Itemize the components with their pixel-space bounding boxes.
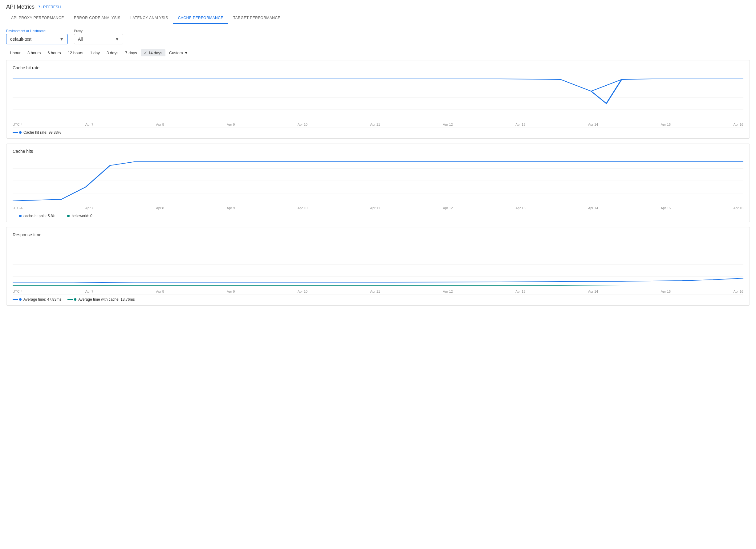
proxy-dropdown-group: Proxy All ▼ <box>74 29 123 44</box>
response-time-x-axis: UTC-4 Apr 7 Apr 8 Apr 9 Apr 10 Apr 11 Ap… <box>13 289 743 293</box>
time-btn-14days[interactable]: ✓ 14 days <box>141 49 165 56</box>
refresh-icon: ↻ <box>38 5 42 10</box>
legend-dot-blue3 <box>19 298 22 301</box>
time-btn-1day[interactable]: 1 day <box>87 49 103 56</box>
time-btn-1hour[interactable]: 1 hour <box>6 49 24 56</box>
legend-line-blue2 <box>13 216 18 216</box>
legend-line-blue <box>13 132 18 133</box>
tab-latency[interactable]: LATENCY ANALYSIS <box>125 13 173 24</box>
cache-hits-legend: cache-httpbin: 5.8k helloworld: 0 <box>13 211 743 219</box>
response-time-chart: Response time UTC-4 Apr 7 Apr 8 Apr 9 Ap… <box>6 227 750 306</box>
legend-avg-time-cache-label: Average time with cache: 13.76ms <box>78 297 135 302</box>
legend-cache-httpbin-label: cache-httpbin: 5.8k <box>23 214 55 218</box>
response-time-title: Response time <box>13 232 743 237</box>
cache-hit-rate-legend: Cache hit rate: 99.33% <box>13 128 743 136</box>
proxy-value: All <box>78 37 83 42</box>
legend-helloworld: helloworld: 0 <box>61 214 92 218</box>
cache-hits-chart-area <box>13 156 743 205</box>
environment-dropdown-arrow: ▼ <box>59 37 64 42</box>
legend-avg-time-cache: Average time with cache: 13.76ms <box>67 297 135 302</box>
tab-api-proxy[interactable]: API PROXY PERFORMANCE <box>6 13 69 24</box>
refresh-button[interactable]: ↻ REFRESH <box>38 5 61 10</box>
custom-label: Custom <box>169 51 183 55</box>
legend-dot-blue <box>19 131 22 134</box>
legend-line-teal2 <box>67 299 73 300</box>
custom-dropdown-icon: ▼ <box>184 51 188 55</box>
time-btn-3hours[interactable]: 3 hours <box>24 49 44 56</box>
refresh-label: REFRESH <box>43 5 61 9</box>
cache-hits-x-axis: UTC-4 Apr 7 Apr 8 Apr 9 Apr 10 Apr 11 Ap… <box>13 205 743 210</box>
legend-cache-hit-rate: Cache hit rate: 99.33% <box>13 130 61 135</box>
response-time-chart-area <box>13 240 743 289</box>
environment-label: Environment or Hostname <box>6 29 68 33</box>
time-btn-7days[interactable]: 7 days <box>122 49 140 56</box>
cache-hit-rate-chart-area <box>13 73 743 122</box>
legend-line-blue3 <box>13 299 18 300</box>
tab-error-code[interactable]: ERROR CODE ANALYSIS <box>69 13 125 24</box>
legend-avg-time: Average time: 47.83ms <box>13 297 61 302</box>
page-title: API Metrics <box>6 4 35 10</box>
environment-dropdown[interactable]: default-test ▼ <box>6 34 68 44</box>
tab-cache-performance[interactable]: CACHE PERFORMANCE <box>173 13 228 24</box>
time-filter-bar: 1 hour 3 hours 6 hours 12 hours 1 day 3 … <box>0 48 756 60</box>
time-btn-6hours[interactable]: 6 hours <box>44 49 64 56</box>
cache-hit-rate-chart: Cache hit rate UTC-4 Apr 7 Apr 8 Apr 9 A… <box>6 60 750 139</box>
legend-avg-time-label: Average time: 47.83ms <box>23 297 61 302</box>
cache-hits-title: Cache hits <box>13 149 743 154</box>
response-time-legend: Average time: 47.83ms Average time with … <box>13 295 743 303</box>
checkmark-icon: ✓ <box>144 51 147 55</box>
legend-dot-teal2 <box>74 298 76 301</box>
time-btn-custom[interactable]: Custom ▼ <box>166 49 191 56</box>
legend-line-teal <box>61 216 66 216</box>
legend-cache-httpbin: cache-httpbin: 5.8k <box>13 214 55 218</box>
proxy-dropdown[interactable]: All ▼ <box>74 34 123 44</box>
legend-dot-teal <box>67 215 70 217</box>
tab-bar: API PROXY PERFORMANCE ERROR CODE ANALYSI… <box>0 13 756 24</box>
tab-target-performance[interactable]: TARGET PERFORMANCE <box>228 13 285 24</box>
cache-hit-rate-svg <box>13 73 743 122</box>
cache-hit-rate-title: Cache hit rate <box>13 65 743 70</box>
time-btn-12hours[interactable]: 12 hours <box>65 49 87 56</box>
environment-value: default-test <box>10 37 31 42</box>
legend-helloworld-label: helloworld: 0 <box>71 214 92 218</box>
response-time-svg <box>13 240 743 289</box>
legend-dot-blue2 <box>19 215 22 217</box>
page-header: API Metrics ↻ REFRESH <box>0 0 756 10</box>
cache-hit-rate-x-axis: UTC-4 Apr 7 Apr 8 Apr 9 Apr 10 Apr 11 Ap… <box>13 122 743 126</box>
environment-dropdown-group: Environment or Hostname default-test ▼ <box>6 29 68 44</box>
legend-cache-hit-rate-label: Cache hit rate: 99.33% <box>23 130 61 135</box>
cache-hits-svg <box>13 156 743 205</box>
filter-controls: Environment or Hostname default-test ▼ P… <box>0 24 756 48</box>
proxy-dropdown-arrow: ▼ <box>115 37 119 42</box>
cache-hits-chart: Cache hits UTC-4 Apr 7 Apr 8 Apr 9 Apr 1… <box>6 144 750 222</box>
proxy-label: Proxy <box>74 29 123 33</box>
charts-container: Cache hit rate UTC-4 Apr 7 Apr 8 Apr 9 A… <box>0 60 756 306</box>
time-btn-3days[interactable]: 3 days <box>104 49 121 56</box>
